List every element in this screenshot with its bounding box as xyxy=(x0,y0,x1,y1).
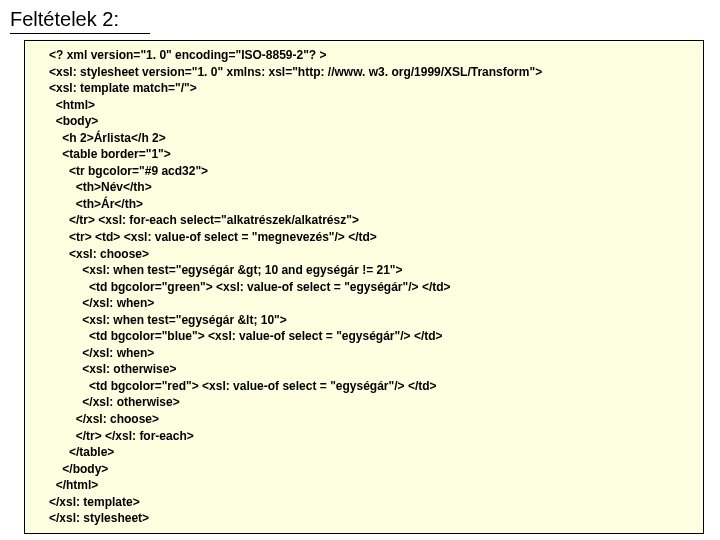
code-block: <? xml version="1. 0" encoding="ISO-8859… xyxy=(24,40,704,534)
page: Feltételek 2: <? xml version="1. 0" enco… xyxy=(0,0,720,540)
section-title: Feltételek 2: xyxy=(10,8,150,34)
